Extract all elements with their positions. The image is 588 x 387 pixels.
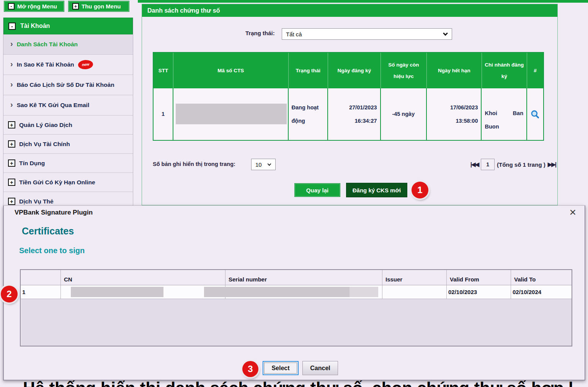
col-header-trang-thai: Trạng thái [289, 53, 328, 88]
pager-total-label: (Tổng số 1 trang ) [497, 161, 546, 168]
sidebar-item-label: Dịch Vụ Tài Chính [19, 141, 70, 148]
plus-box-icon: + [72, 3, 79, 10]
sidebar-header-tai-khoan[interactable]: - Tài Khoản [3, 18, 133, 34]
sidebar-item-label: Sao Kê TK Gửi Qua Email [17, 102, 90, 109]
back-button-label: Quay lại [306, 187, 328, 194]
redacted-value [71, 287, 163, 297]
sidebar-item-bao-cao-lich-su[interactable]: › Báo Cáo Lịch Sử Số Dư Tài Khoản [3, 75, 133, 95]
zoom-detail-icon[interactable] [530, 109, 540, 119]
sidebar-item-label: Báo Cáo Lịch Sử Số Dư Tài Khoản [17, 81, 114, 88]
minus-box-icon: - [8, 3, 15, 10]
redacted-value [204, 287, 350, 297]
register-new-cks-button[interactable]: Đăng ký CKS mới [346, 183, 407, 197]
filter-row: Trạng thái: Tất cả [142, 25, 557, 37]
cell-chi-nhanh: Khoi Ban Buon [482, 88, 527, 140]
close-icon[interactable]: × [569, 207, 576, 218]
step-badge-1: 1 [412, 182, 428, 198]
col-header-actions: # [527, 53, 543, 88]
select-one-subheading: Select one to sign [19, 246, 85, 255]
dialog-title: VPBank Signature Plugin [15, 209, 93, 216]
step-badge-number: 2 [7, 289, 11, 299]
back-button[interactable]: Quay lại [294, 183, 340, 197]
chevron-right-icon: › [10, 80, 13, 88]
register-button-label: Đăng ký CKS mới [353, 187, 401, 194]
plus-box-icon: + [8, 140, 15, 148]
cell-valid-to: 02/10/2024 [511, 285, 572, 299]
minus-box-icon: - [8, 23, 16, 30]
sidebar-item-tin-dung[interactable]: + Tín Dụng [3, 154, 133, 173]
select-button-label: Select [271, 365, 289, 372]
modal-table-header-row: CN Serial number Issuer Valid From Valid… [21, 270, 572, 285]
cell-trang-thai: Đang hoạt động [289, 88, 328, 140]
page-size-label: Số bản ghi hiển thị trong trang: [153, 161, 235, 167]
cell-actions [527, 88, 543, 140]
chevron-down-icon [443, 31, 448, 36]
chevron-right-icon: › [10, 60, 13, 68]
collapse-menu-label: Thu gọn Menu [82, 3, 121, 10]
col-header-issuer: Issuer [382, 270, 447, 285]
pager: |◀◀ 1 (Tổng số 1 trang ) ▶▶| [470, 159, 556, 170]
redacted-value [350, 287, 378, 297]
sidebar-item-sao-ke-email[interactable]: › Sao Kê TK Gửi Qua Email [3, 95, 133, 115]
step-badge-number: 3 [248, 364, 253, 374]
col-header-serial: Serial number [225, 270, 382, 285]
status-filter-value: Tất cả [286, 31, 302, 37]
cell-ngay-dang-ky: 27/01/2023 16:34:27 [328, 88, 381, 140]
table-row: 1 Đang hoạt động 27/01/2023 16:34:27 -45… [154, 88, 543, 140]
cancel-button[interactable]: Cancel [302, 361, 338, 375]
certificate-row[interactable]: 1 02/10/2023 02/10/2024 [21, 285, 572, 299]
sidebar-item-label: Tiền Gửi Có Kỳ Hạn Online [19, 179, 95, 186]
col-header-stt: STT [154, 53, 173, 88]
col-header-so-ngay-con: Số ngày còn hiệu lực [381, 53, 427, 88]
sidebar-item-danh-sach-tai-khoan[interactable]: › Danh Sách Tài Khoản [3, 34, 133, 55]
table-header-row: STT Mã số CTS Trạng thái Ngày đăng ký Số… [154, 53, 543, 88]
certificates-heading: Certificates [22, 226, 74, 237]
cell-cn [61, 285, 225, 299]
step-badge-2: 2 [1, 286, 18, 302]
expand-menu-label: Mở rộng Menu [17, 3, 57, 10]
plus-box-icon: + [8, 179, 15, 186]
col-header-ma-so-cts: Mã số CTS [173, 53, 289, 88]
certificates-table: STT Mã số CTS Trạng thái Ngày đăng ký Số… [153, 52, 544, 141]
sidebar-item-tien-gui-online[interactable]: + Tiền Gửi Có Kỳ Hạn Online [3, 173, 133, 192]
sidebar-item-label: Tín Dụng [19, 160, 45, 167]
step-badge-3: 3 [242, 361, 258, 377]
plus-box-icon: + [8, 159, 15, 167]
status-filter-label: Trạng thái: [245, 30, 275, 36]
cancel-button-label: Cancel [310, 365, 330, 372]
page-number-input[interactable]: 1 [481, 159, 495, 170]
expand-menu-button[interactable]: - Mở rộng Menu [4, 1, 64, 12]
vpbank-signature-plugin-dialog: VPBank Signature Plugin × Certificates S… [3, 205, 585, 380]
sidebar-item-quan-ly-giao-dich[interactable]: + Quản Lý Giao Dịch [3, 115, 133, 135]
cell-serial [225, 285, 382, 299]
page-size-select[interactable]: 10 [251, 159, 276, 170]
cell-ngay-het-han: 17/06/2023 13:58:00 [427, 88, 482, 140]
col-header-ngay-dang-ky: Ngày đăng ký [328, 53, 381, 88]
col-header-cn: CN [61, 270, 225, 285]
collapse-menu-button[interactable]: + Thu gọn Menu [68, 1, 129, 12]
chevron-right-icon: › [10, 101, 13, 108]
cell-stt: 1 [154, 88, 173, 140]
plus-box-icon: + [8, 121, 15, 128]
cell-ma-so-cts [173, 88, 289, 140]
sidebar-item-in-sao-ke[interactable]: › In Sao Kê Tài Khoản new [3, 55, 133, 75]
plus-box-icon: + [8, 198, 15, 205]
select-button[interactable]: Select [263, 361, 299, 375]
pager-first-icon[interactable]: |◀◀ [470, 161, 479, 168]
col-header-ngay-het-han: Ngày hết hạn [427, 53, 482, 88]
cell-valid-from: 02/10/2023 [447, 285, 511, 299]
cell-index: 1 [21, 285, 61, 299]
status-filter-select[interactable]: Tất cả [282, 28, 452, 40]
sidebar-item-dich-vu-tai-chinh[interactable]: + Dịch Vụ Tài Chính [3, 135, 133, 154]
certificate-list-panel: Danh sách chứng thư số Trạng thái: Tất c… [142, 4, 558, 205]
pager-last-icon[interactable]: ▶▶| [548, 161, 556, 168]
col-header-chi-nhanh: Chi nhánh đăng ký [482, 53, 528, 88]
sidebar-item-label: Quản Lý Giao Dịch [19, 122, 72, 128]
sidebar-item-label: In Sao Kê Tài Khoản [17, 61, 74, 68]
sidebar-item-label: Danh Sách Tài Khoản [17, 41, 78, 48]
chevron-down-icon [268, 162, 271, 166]
certificate-select-table: CN Serial number Issuer Valid From Valid… [20, 269, 572, 346]
sidebar: - Tài Khoản › Danh Sách Tài Khoản › In S… [3, 18, 133, 211]
screen: - Mở rộng Menu + Thu gọn Menu - Tài Khoả… [0, 0, 588, 387]
panel-title: Danh sách chứng thư số [142, 4, 557, 17]
